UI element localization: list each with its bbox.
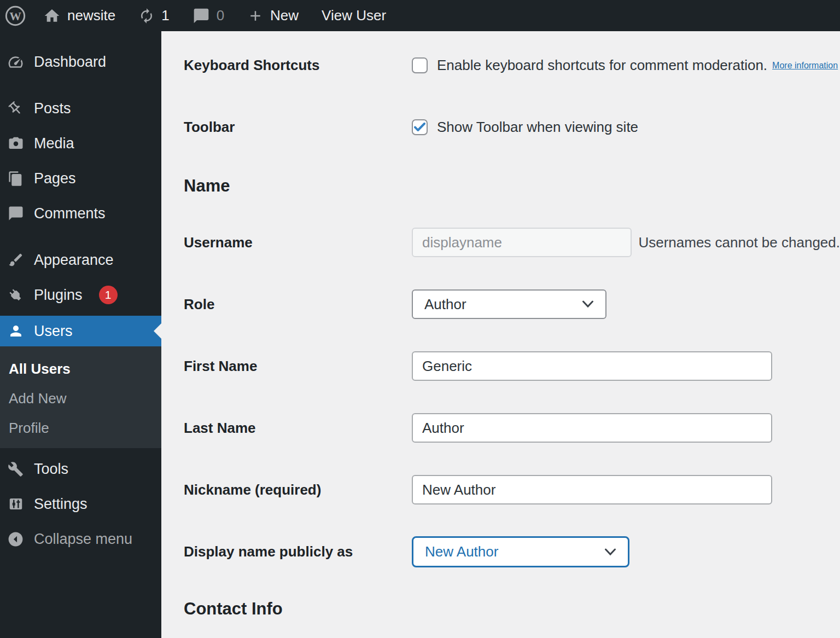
updates-menu[interactable]: 1 [127, 0, 180, 31]
site-name-menu[interactable]: newsite [32, 0, 127, 31]
show-toolbar-checkbox[interactable] [412, 119, 428, 135]
wrench-icon [7, 461, 24, 478]
dashboard-icon [7, 54, 24, 71]
keyboard-shortcuts-label: Keyboard Shortcuts [184, 57, 412, 74]
role-row: Role Author [184, 289, 840, 319]
submenu-item-all-users[interactable]: All Users [0, 354, 161, 384]
chevron-down-icon [604, 548, 616, 556]
last-name-row: Last Name [184, 413, 840, 443]
checkmark-icon [414, 123, 425, 132]
sidebar-label: Pages [34, 170, 76, 187]
username-note: Usernames cannot be changed. [638, 234, 840, 251]
wordpress-logo-icon: W [4, 5, 26, 27]
username-input[interactable] [412, 228, 632, 257]
sidebar-item-dashboard[interactable]: Dashboard [0, 44, 161, 79]
keyboard-shortcuts-text: Enable keyboard shortcuts for comment mo… [437, 57, 767, 74]
admin-bar: W newsite 1 0 New View User [0, 0, 840, 31]
submenu-item-add-new[interactable]: Add New [0, 384, 161, 413]
comments-menu[interactable]: 0 [181, 0, 236, 31]
users-submenu: All Users Add New Profile [0, 346, 161, 448]
first-name-row: First Name [184, 351, 840, 381]
first-name-input[interactable] [412, 351, 772, 381]
admin-sidebar: Dashboard Posts Media Pages Comments [0, 31, 161, 638]
pushpin-icon [7, 100, 24, 117]
svg-text:W: W [9, 9, 21, 22]
comment-bubble-icon [192, 7, 210, 25]
sidebar-label: Users [34, 323, 73, 340]
new-content-menu[interactable]: New [236, 0, 310, 31]
person-icon [7, 323, 24, 340]
collapse-menu-label: Collapse menu [34, 531, 132, 548]
role-selected-value: Author [424, 296, 466, 313]
site-name-label: newsite [67, 7, 115, 24]
view-user-label: View User [322, 7, 386, 24]
plug-icon [7, 287, 24, 304]
name-section-heading: Name [184, 176, 840, 196]
keyboard-shortcuts-row: Keyboard Shortcuts Enable keyboard short… [184, 57, 840, 74]
comments-count: 0 [217, 7, 224, 24]
nickname-input[interactable] [412, 475, 772, 504]
comment-bubble-icon [7, 205, 24, 222]
sidebar-label: Media [34, 135, 74, 152]
plus-icon [247, 8, 264, 24]
brush-icon [7, 252, 24, 269]
more-information-link[interactable]: More information [772, 61, 838, 71]
sidebar-item-plugins[interactable]: Plugins 1 [0, 277, 161, 312]
sidebar-item-comments[interactable]: Comments [0, 196, 161, 231]
sidebar-item-appearance[interactable]: Appearance [0, 242, 161, 277]
submenu-item-profile[interactable]: Profile [0, 413, 161, 443]
sidebar-item-tools[interactable]: Tools [0, 451, 161, 486]
last-name-input[interactable] [412, 413, 772, 443]
sidebar-item-pages[interactable]: Pages [0, 161, 161, 196]
collapse-menu-button[interactable]: Collapse menu [0, 521, 161, 556]
sidebar-label: Plugins [34, 287, 83, 304]
display-name-selected-value: New Author [425, 543, 498, 560]
sidebar-label: Appearance [34, 252, 114, 269]
new-label: New [270, 7, 299, 24]
show-toolbar-text: Show Toolbar when viewing site [437, 119, 638, 136]
edit-user-form: Keyboard Shortcuts Enable keyboard short… [161, 31, 840, 638]
sidebar-label: Tools [34, 461, 68, 478]
pages-icon [7, 170, 24, 187]
collapse-arrow-icon [7, 531, 24, 548]
sidebar-label: Comments [34, 205, 106, 222]
contact-info-section-heading: Contact Info [184, 599, 840, 619]
sidebar-label: Settings [34, 496, 88, 513]
chevron-down-icon [582, 300, 594, 308]
wp-logo-menu[interactable]: W [0, 0, 32, 31]
nickname-row: Nickname (required) [184, 475, 840, 504]
toolbar-label: Toolbar [184, 119, 412, 136]
view-user-menu[interactable]: View User [310, 0, 398, 31]
role-label: Role [184, 296, 412, 313]
sidebar-item-settings[interactable]: Settings [0, 486, 161, 521]
camera-icon [7, 135, 24, 152]
nickname-label: Nickname (required) [184, 482, 412, 498]
plugins-update-badge: 1 [99, 286, 118, 304]
username-label: Username [184, 234, 412, 251]
sliders-icon [7, 496, 24, 513]
keyboard-shortcuts-checkbox[interactable] [412, 57, 428, 73]
sidebar-label: Dashboard [34, 54, 106, 71]
sidebar-item-media[interactable]: Media [0, 126, 161, 161]
sidebar-item-users[interactable]: Users [0, 316, 161, 346]
toolbar-row: Toolbar Show Toolbar when viewing site [184, 119, 840, 136]
updates-count: 1 [161, 7, 169, 24]
last-name-label: Last Name [184, 420, 412, 437]
updates-refresh-icon [138, 8, 155, 24]
first-name-label: First Name [184, 358, 412, 375]
username-row: Username Usernames cannot be changed. [184, 228, 840, 257]
current-item-arrow [154, 323, 161, 339]
display-name-label: Display name publicly as [184, 543, 412, 560]
sidebar-item-posts[interactable]: Posts [0, 91, 161, 126]
role-select[interactable]: Author [412, 289, 606, 319]
home-icon [43, 7, 61, 25]
display-name-row: Display name publicly as New Author [184, 536, 840, 567]
display-name-select[interactable]: New Author [412, 536, 629, 567]
sidebar-label: Posts [34, 100, 71, 117]
